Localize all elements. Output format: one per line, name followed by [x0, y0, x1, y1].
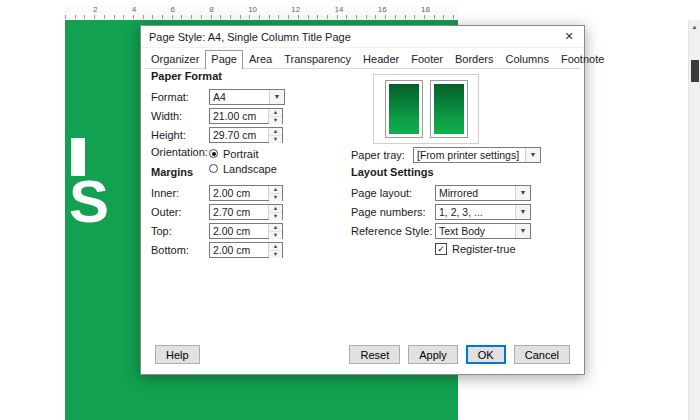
ok-button[interactable]: OK — [466, 345, 506, 364]
page-numbers-value: 1, 2, 3, ... — [436, 206, 515, 218]
help-button[interactable]: Help — [155, 345, 200, 364]
layout-settings-title: Layout Settings — [351, 166, 579, 178]
dialog-titlebar[interactable]: Page Style: A4, Single Column Title Page… — [141, 26, 584, 48]
paper-tray-value: [From printer settings] — [414, 149, 525, 161]
spin-up-icon[interactable]: ▲ — [269, 128, 282, 136]
ruler-number: 12 — [291, 5, 300, 15]
apply-button[interactable]: Apply — [408, 345, 458, 364]
chevron-down-icon[interactable]: ▼ — [515, 186, 530, 200]
bottom-margin-value[interactable]: 2.00 cm — [210, 243, 268, 257]
orientation-label: Orientation: — [151, 146, 209, 158]
portrait-radio[interactable]: Portrait — [209, 147, 366, 160]
height-row: Height: 29.70 cm ▲ ▼ — [151, 126, 366, 143]
tab-footer[interactable]: Footer — [405, 50, 449, 68]
format-row: Format: A4 ▼ — [151, 88, 366, 105]
chevron-down-icon[interactable]: ▼ — [515, 224, 530, 238]
page-style-dialog: Page Style: A4, Single Column Title Page… — [140, 25, 585, 375]
tab-header[interactable]: Header — [357, 50, 405, 68]
reference-style-dropdown[interactable]: Text Body ▼ — [435, 223, 531, 239]
portrait-label: Portrait — [223, 148, 258, 160]
page-layout-dropdown[interactable]: Mirrored ▼ — [435, 185, 531, 201]
chevron-down-icon[interactable]: ▼ — [269, 90, 284, 104]
document-heading-fragment: S — [69, 172, 109, 232]
spin-up-icon[interactable]: ▲ — [269, 205, 282, 213]
spin-up-icon[interactable]: ▲ — [269, 109, 282, 117]
spin-down-icon[interactable]: ▼ — [269, 251, 282, 258]
cancel-button[interactable]: Cancel — [514, 345, 570, 364]
page-thumbnail-fill — [434, 84, 464, 134]
outer-margin-value[interactable]: 2.70 cm — [210, 205, 268, 219]
spin-buttons: ▲ ▼ — [268, 205, 282, 219]
format-label: Format: — [151, 91, 209, 103]
tab-page[interactable]: Page — [205, 50, 243, 69]
chevron-down-icon[interactable]: ▼ — [525, 148, 540, 162]
ruler-number: 6 — [171, 5, 175, 15]
height-value[interactable]: 29.70 cm — [210, 128, 268, 142]
tab-area[interactable]: Area — [243, 50, 278, 68]
chevron-down-icon[interactable]: ▼ — [515, 205, 530, 219]
ruler-numbers: 2 4 6 8 10 12 14 16 18 — [65, 5, 458, 15]
top-margin-value[interactable]: 2.00 cm — [210, 224, 268, 238]
top-margin-row: Top: 2.00 cm ▲ ▼ — [151, 222, 351, 239]
vertical-scrollbar[interactable]: ▲ — [688, 20, 700, 420]
page-layout-row: Page layout: Mirrored ▼ — [351, 184, 579, 201]
width-spin-buttons: ▲ ▼ — [268, 109, 282, 123]
scrollbar-thumb[interactable] — [691, 60, 699, 82]
margins-section: Margins Inner: 2.00 cm ▲ ▼ Outer: 2.70 c… — [151, 166, 351, 260]
register-true-label: Register-true — [452, 243, 516, 255]
bottom-margin-spinner[interactable]: 2.00 cm ▲ ▼ — [209, 242, 283, 258]
tab-footnote[interactable]: Footnote — [555, 50, 610, 68]
ruler-ticks — [65, 15, 458, 19]
page-thumbnail-left — [385, 80, 423, 138]
bottom-margin-row: Bottom: 2.00 cm ▲ ▼ — [151, 241, 351, 258]
width-label: Width: — [151, 110, 209, 122]
top-margin-label: Top: — [151, 225, 209, 237]
scroll-up-icon[interactable]: ▲ — [689, 20, 700, 34]
ruler-number: 8 — [209, 5, 213, 15]
spin-down-icon[interactable]: ▼ — [269, 213, 282, 220]
page-numbers-dropdown[interactable]: 1, 2, 3, ... ▼ — [435, 204, 531, 220]
spin-down-icon[interactable]: ▼ — [269, 136, 282, 143]
page-preview — [373, 74, 479, 144]
tab-borders[interactable]: Borders — [449, 50, 500, 68]
page-numbers-row: Page numbers: 1, 2, 3, ... ▼ — [351, 203, 579, 220]
inner-margin-row: Inner: 2.00 cm ▲ ▼ — [151, 184, 351, 201]
spin-up-icon[interactable]: ▲ — [269, 243, 282, 251]
layout-settings-section: Layout Settings Page layout: Mirrored ▼ … — [351, 166, 579, 256]
spin-down-icon[interactable]: ▼ — [269, 232, 282, 239]
width-row: Width: 21.00 cm ▲ ▼ — [151, 107, 366, 124]
format-dropdown[interactable]: A4 ▼ — [209, 89, 285, 105]
spin-buttons: ▲ ▼ — [268, 224, 282, 238]
radio-checked-icon[interactable] — [209, 149, 218, 158]
dialog-title: Page Style: A4, Single Column Title Page — [141, 31, 554, 43]
spin-down-icon[interactable]: ▼ — [269, 117, 282, 124]
spin-down-icon[interactable]: ▼ — [269, 194, 282, 201]
spin-up-icon[interactable]: ▲ — [269, 186, 282, 194]
spin-up-icon[interactable]: ▲ — [269, 224, 282, 232]
tab-columns[interactable]: Columns — [500, 50, 555, 68]
ruler-number: 16 — [378, 5, 387, 15]
page-layout-value: Mirrored — [436, 187, 515, 199]
top-margin-spinner[interactable]: 2.00 cm ▲ ▼ — [209, 223, 283, 239]
checkbox-checked-icon[interactable]: ✓ — [435, 243, 447, 255]
reset-button[interactable]: Reset — [349, 345, 400, 364]
width-value[interactable]: 21.00 cm — [210, 109, 268, 123]
spin-buttons: ▲ ▼ — [268, 243, 282, 257]
inner-margin-spinner[interactable]: 2.00 cm ▲ ▼ — [209, 185, 283, 201]
tab-organizer[interactable]: Organizer — [145, 50, 205, 68]
outer-margin-label: Outer: — [151, 206, 209, 218]
outer-margin-spinner[interactable]: 2.70 cm ▲ ▼ — [209, 204, 283, 220]
width-spinner[interactable]: 21.00 cm ▲ ▼ — [209, 108, 283, 124]
height-spinner[interactable]: 29.70 cm ▲ ▼ — [209, 127, 283, 143]
paper-tray-dropdown[interactable]: [From printer settings] ▼ — [413, 147, 541, 163]
tab-transparency[interactable]: Transparency — [278, 50, 357, 68]
register-true-checkbox[interactable]: ✓ Register-true — [435, 241, 579, 256]
dialog-button-group: Reset Apply OK Cancel — [349, 345, 570, 364]
reference-style-row: Reference Style: Text Body ▼ — [351, 222, 579, 239]
ruler-number: 10 — [248, 5, 257, 15]
ruler-number: 4 — [132, 5, 136, 15]
close-icon[interactable]: ✕ — [554, 26, 584, 48]
inner-margin-value[interactable]: 2.00 cm — [210, 186, 268, 200]
format-value: A4 — [210, 91, 269, 103]
outer-margin-row: Outer: 2.70 cm ▲ ▼ — [151, 203, 351, 220]
